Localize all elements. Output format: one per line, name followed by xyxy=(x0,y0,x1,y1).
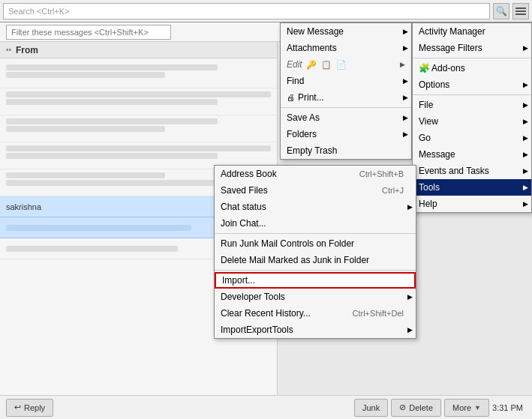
find-label: Find xyxy=(287,76,304,86)
menu-item-run-junk[interactable]: Run Junk Mail Controls on Folder xyxy=(215,235,416,252)
menu-item-addons[interactable]: 🧩 Add-ons xyxy=(413,60,531,76)
list-item[interactable] xyxy=(0,61,277,88)
menu-item-import[interactable]: Import... xyxy=(215,272,416,289)
right-menu: Activity Manager Message Filters ▶ 🧩 Add… xyxy=(412,22,532,213)
search-input[interactable]: Search <Ctrl+K> xyxy=(3,3,490,19)
key-icon: 🔑 xyxy=(305,58,317,70)
clear-history-shortcut: Ctrl+Shift+Del xyxy=(338,309,404,318)
menu-item-new-message[interactable]: New Message ▶ xyxy=(281,23,411,40)
submenu-arrow-icon: ▶ xyxy=(407,326,413,334)
menu-divider xyxy=(413,58,531,58)
menu-item-message-filters[interactable]: Message Filters ▶ xyxy=(413,40,531,56)
menu-item-attachments[interactable]: Attachments ▶ xyxy=(281,40,411,56)
menu-item-save-as[interactable]: Save As ▶ xyxy=(281,109,411,126)
app-menu-button[interactable] xyxy=(512,3,529,19)
reply-label: Reply xyxy=(24,403,45,412)
submenu-arrow-icon: ▶ xyxy=(523,101,528,109)
junk-button[interactable]: Junk xyxy=(354,399,388,417)
selected-sender: sakrishna xyxy=(6,202,41,211)
submenu-arrow-icon: ▶ xyxy=(523,134,528,142)
menu-item-import-export-tools[interactable]: ImportExportTools ▶ xyxy=(215,322,416,338)
more-button[interactable]: More ▼ xyxy=(444,399,489,417)
menu-line-3 xyxy=(515,13,526,15)
menu-item-delete-junk[interactable]: Delete Mail Marked as Junk in Folder xyxy=(215,252,416,268)
menu-item-empty-trash[interactable]: Empty Trash xyxy=(281,142,411,159)
reply-button[interactable]: ↩ Reply xyxy=(6,399,53,417)
menu-item-join-chat[interactable]: Join Chat... xyxy=(215,215,416,232)
submenu-arrow-icon: ▶ xyxy=(403,94,408,101)
options-label: Options xyxy=(419,79,449,90)
menu-item-address-book[interactable]: Address Book Ctrl+Shift+B xyxy=(215,166,416,182)
blurred-content xyxy=(6,225,191,231)
saved-files-shortcut: Ctrl+J xyxy=(367,186,404,195)
puzzle-icon: 🧩 xyxy=(419,63,430,73)
menu-item-go[interactable]: Go ▶ xyxy=(413,130,531,146)
list-item[interactable] xyxy=(0,88,277,115)
activity-manager-label: Activity Manager xyxy=(419,26,485,37)
submenu-arrow-icon: ▶ xyxy=(523,184,528,191)
submenu-arrow-icon: ▶ xyxy=(523,200,528,208)
filter-input[interactable] xyxy=(6,25,171,40)
folders-label: Folders xyxy=(287,129,317,139)
menu-line-2 xyxy=(515,10,526,12)
submenu-arrow-icon: ▶ xyxy=(403,28,408,35)
main-menu: New Message ▶ Attachments ▶ Edit 🔑 📋 📄 ▶… xyxy=(280,22,412,160)
submenu-arrow-icon: ▶ xyxy=(407,293,413,301)
file-label: File xyxy=(419,100,433,110)
menu-item-options[interactable]: Options ▶ xyxy=(413,76,531,93)
bottom-toolbar: ↩ Reply Junk ⊘ Delete More ▼ 3:31 PM xyxy=(0,395,532,419)
submenu-arrow-icon: ▶ xyxy=(403,44,408,52)
copy-icon: 📋 xyxy=(320,58,332,70)
blurred-content xyxy=(6,246,178,252)
addons-label: Add-ons xyxy=(431,63,465,73)
menu-item-find[interactable]: Find ▶ xyxy=(281,73,411,89)
menu-item-saved-files[interactable]: Saved Files Ctrl+J xyxy=(215,182,416,199)
menu-item-message[interactable]: Message ▶ xyxy=(413,146,531,163)
menu-item-developer-tools[interactable]: Developer Tools ▶ xyxy=(215,289,416,305)
submenu-arrow-icon: ▶ xyxy=(523,167,528,175)
submenu-arrow-icon: ▶ xyxy=(400,61,405,68)
menu-divider xyxy=(215,233,416,234)
menu-item-help[interactable]: Help ▶ xyxy=(413,196,531,212)
indicator-dots: •• xyxy=(6,46,11,54)
app-background: Search <Ctrl+K> 🔍 •• From xyxy=(0,0,532,419)
submenu-arrow-icon: ▶ xyxy=(523,81,528,88)
blurred-content xyxy=(6,126,165,132)
menu-line-1 xyxy=(515,7,526,9)
from-column-label: From xyxy=(16,45,38,55)
delete-button[interactable]: ⊘ Delete xyxy=(391,399,441,417)
submenu-arrow-icon: ▶ xyxy=(523,44,528,52)
menu-item-edit[interactable]: Edit 🔑 📋 📄 ▶ xyxy=(281,56,411,73)
menu-item-events-tasks[interactable]: Events and Tasks ▶ xyxy=(413,163,531,179)
menu-divider xyxy=(413,94,531,95)
menu-item-folders[interactable]: Folders ▶ xyxy=(281,126,411,142)
address-book-shortcut: Ctrl+Shift+B xyxy=(344,169,404,178)
developer-tools-label: Developer Tools xyxy=(221,292,285,302)
delete-icon: ⊘ xyxy=(399,403,406,412)
attachments-label: Attachments xyxy=(287,43,337,53)
reply-arrow-icon: ↩ xyxy=(14,403,21,412)
menu-item-view[interactable]: View ▶ xyxy=(413,113,531,130)
menu-item-activity-manager[interactable]: Activity Manager xyxy=(413,23,531,40)
print-label: Print... xyxy=(298,92,324,103)
save-as-label: Save As xyxy=(287,112,320,123)
join-chat-label: Join Chat... xyxy=(221,218,266,229)
more-dropdown-arrow: ▼ xyxy=(474,404,481,412)
menu-item-tools[interactable]: Tools ▶ xyxy=(413,179,531,196)
delete-label: Delete xyxy=(409,403,433,412)
more-label: More xyxy=(452,403,471,412)
clear-history-label: Clear Recent History... xyxy=(221,308,311,319)
import-export-tools-label: ImportExportTools xyxy=(221,325,293,335)
search-button[interactable]: 🔍 xyxy=(493,3,509,19)
menu-item-file[interactable]: File ▶ xyxy=(413,97,531,113)
menu-item-chat-status[interactable]: Chat status ▶ xyxy=(215,199,416,215)
top-bar: Search <Ctrl+K> 🔍 xyxy=(0,0,532,22)
list-item[interactable] xyxy=(0,115,277,142)
menu-item-clear-history[interactable]: Clear Recent History... Ctrl+Shift+Del xyxy=(215,305,416,322)
go-label: Go xyxy=(419,133,431,143)
submenu-arrow-icon: ▶ xyxy=(523,151,528,158)
menu-item-print[interactable]: 🖨 Print... ▶ xyxy=(281,89,411,106)
submenu-arrow-icon: ▶ xyxy=(403,114,408,121)
address-book-label: Address Book xyxy=(221,169,277,179)
blurred-content xyxy=(6,64,218,70)
